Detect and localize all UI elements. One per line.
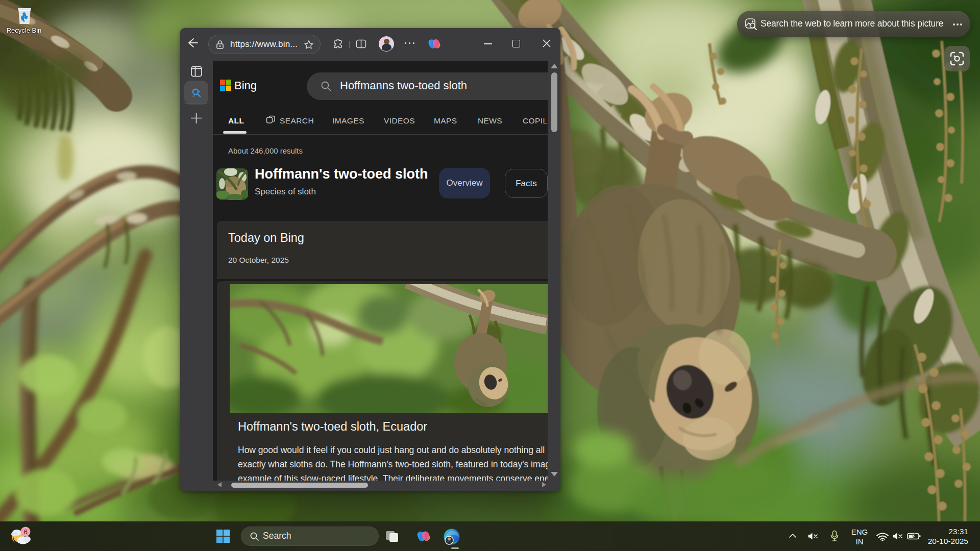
svg-text:6: 6 [23,528,27,536]
